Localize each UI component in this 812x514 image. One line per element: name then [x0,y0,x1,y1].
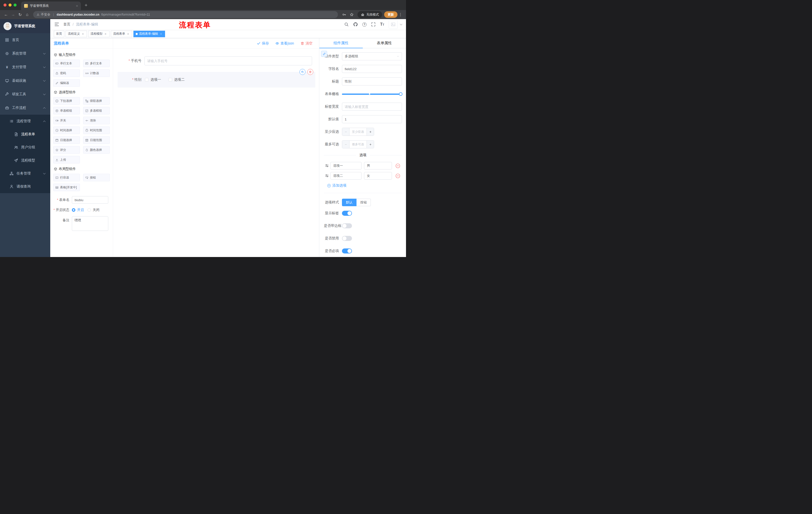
remove-option-button[interactable] [396,163,400,168]
slider-handle[interactable] [399,92,403,96]
avatar[interactable] [389,20,398,29]
option-1-name-input[interactable] [330,162,361,169]
sidebar-item-home[interactable]: 首页 [0,33,50,47]
palette-item-counter[interactable]: 123计数器 [83,70,110,77]
sidebar-item-user-group[interactable]: 用户分组 [0,141,50,154]
tab-component-props[interactable]: 组件属性 [319,38,363,48]
tag-process-form[interactable]: 流程表单 [111,31,132,37]
palette-item-upload[interactable]: 上传 [53,156,80,163]
tag-process-definition[interactable]: 流程定义 [65,31,87,37]
palette-item-time-picker[interactable]: 时间选择 [53,127,80,134]
help-icon[interactable]: ? [362,22,367,27]
forward-icon[interactable]: → [9,11,17,18]
palette-item-button[interactable]: 按钮 [83,174,110,181]
breadcrumb-home[interactable]: 首页 [63,22,70,27]
copy-component-button[interactable] [299,69,306,75]
sidebar-item-task-mgmt[interactable]: 任务管理 [0,167,50,180]
bookmark-star-icon[interactable] [348,11,355,18]
add-option-button[interactable]: 添加选项 [327,183,402,188]
avatar-caret-icon[interactable] [400,23,403,25]
sidebar-item-infra[interactable]: 基础设施 [0,74,50,87]
clear-button[interactable]: 清空 [300,41,313,46]
palette-item-select[interactable]: 下拉选择 [53,97,80,105]
min-select-value[interactable]: 至少应选 [349,128,367,136]
slider-track[interactable] [342,93,401,95]
sidebar-item-process-model[interactable]: 流程模型 [0,154,50,167]
palette-item-time-range[interactable]: 时间范围 [83,127,110,134]
show-label-toggle[interactable] [342,211,352,216]
close-window-button[interactable] [3,3,6,6]
tag-process-form-edit[interactable]: 流程表单-编辑 [134,31,165,37]
palette-item-cascader[interactable]: 级联选择 [83,97,110,105]
back-icon[interactable]: ← [2,11,9,18]
phone-input[interactable] [144,56,312,65]
tag-process-model[interactable]: 流程模型 [88,31,110,37]
maximize-window-button[interactable] [13,3,17,6]
gender-field-block-selected[interactable]: 性别 选项一 选项二 [118,72,315,87]
gender-option-1[interactable]: 选项一 [145,77,161,82]
palette-item-color-picker[interactable]: 颜色选择 [83,146,110,154]
sidebar-item-payment[interactable]: ¥ 支付管理 [0,60,50,74]
palette-item-password[interactable]: 密码 [53,70,80,77]
option-2-name-input[interactable] [330,172,361,180]
browser-tab[interactable]: 芋道管理系统 [21,1,81,10]
minimize-window-button[interactable] [8,3,11,6]
close-icon[interactable] [159,32,163,36]
decrease-button[interactable] [342,141,349,148]
browser-menu-icon[interactable]: ⋮ [398,12,404,17]
update-button[interactable]: 更新 [384,11,398,18]
github-icon[interactable] [353,22,358,27]
sidebar-item-workflow[interactable]: 工作流程 [0,101,50,115]
required-toggle[interactable] [342,248,352,253]
palette-item-single-text[interactable]: 单行文本 [53,60,80,67]
form-name-input[interactable] [72,196,108,204]
field-name-input[interactable] [342,65,402,73]
remove-option-button[interactable] [396,173,400,178]
palette-item-rate[interactable]: 评分 [53,146,80,154]
sidebar-item-devtools[interactable]: 研发工具 [0,87,50,101]
max-select-value[interactable]: 最多可选 [349,141,367,148]
close-icon[interactable] [81,32,85,36]
status-on-radio[interactable] [72,208,76,212]
increase-button[interactable] [367,128,374,136]
title-input[interactable] [342,77,402,85]
border-toggle[interactable] [342,223,352,228]
palette-item-editor[interactable]: 编辑器 [53,79,80,87]
close-icon[interactable] [126,32,130,36]
checkbox[interactable] [145,78,148,81]
palette-item-row-container[interactable]: 行容器 [53,174,80,181]
search-icon[interactable] [344,22,349,27]
component-type-select[interactable]: 多选框组 [342,52,402,60]
save-button[interactable]: 保存 [257,41,269,46]
phone-field-row[interactable]: 手机号 [121,56,312,65]
delete-component-button[interactable] [307,69,313,75]
palette-item-radio-group[interactable]: 单选框组 [53,107,80,114]
decrease-button[interactable] [342,128,349,136]
style-default-button[interactable]: 默认 [342,199,356,206]
view-json-button[interactable]: 查看json [276,41,294,46]
label-width-input[interactable] [342,103,402,111]
sidebar-item-process-mgmt[interactable]: 流程管理 [0,115,50,128]
checkbox[interactable] [169,78,172,81]
palette-item-date-picker[interactable]: 日期选择 [53,136,80,144]
grid-slider[interactable] [342,90,402,98]
sidebar-item-process-form[interactable]: 流程表单 [0,128,50,141]
drag-handle-icon[interactable] [325,164,329,168]
palette-item-switch[interactable]: 开关 [53,117,80,124]
disabled-toggle[interactable] [342,236,352,241]
default-value-input[interactable] [342,115,402,123]
drag-handle-icon[interactable] [325,174,329,178]
tab-form-props[interactable]: 表单属性 [363,38,406,48]
sidebar-item-system[interactable]: 系统管理 [0,47,50,60]
password-key-icon[interactable] [341,11,348,18]
increase-button[interactable] [367,141,374,148]
gender-option-2[interactable]: 选项二 [169,77,185,82]
option-1-value-input[interactable] [364,162,392,169]
reload-icon[interactable]: ↻ [17,11,24,18]
tag-home[interactable]: 首页 [54,31,64,37]
hamburger-icon[interactable] [54,22,59,27]
palette-item-slider[interactable]: 滑块 [83,117,110,124]
palette-item-checkbox-group[interactable]: 多选框组 [83,107,110,114]
link-icon[interactable] [321,51,327,57]
font-size-icon[interactable]: TT [380,22,384,26]
